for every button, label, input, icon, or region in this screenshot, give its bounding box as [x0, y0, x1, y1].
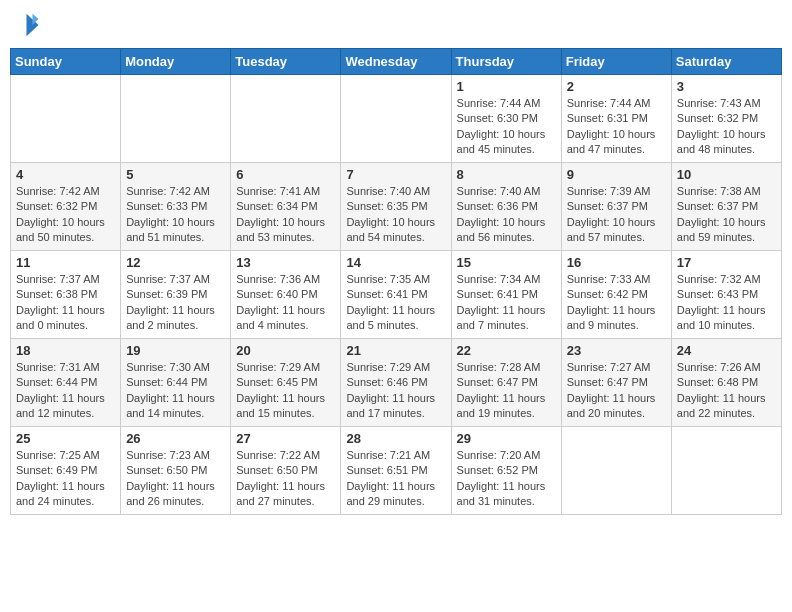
calendar-cell: 13Sunrise: 7:36 AM Sunset: 6:40 PM Dayli…	[231, 251, 341, 339]
day-number: 2	[567, 79, 666, 94]
day-number: 17	[677, 255, 776, 270]
day-info: Sunrise: 7:36 AM Sunset: 6:40 PM Dayligh…	[236, 272, 335, 334]
col-header-tuesday: Tuesday	[231, 49, 341, 75]
day-number: 20	[236, 343, 335, 358]
day-number: 27	[236, 431, 335, 446]
day-info: Sunrise: 7:26 AM Sunset: 6:48 PM Dayligh…	[677, 360, 776, 422]
day-number: 18	[16, 343, 115, 358]
calendar-cell: 20Sunrise: 7:29 AM Sunset: 6:45 PM Dayli…	[231, 339, 341, 427]
calendar-cell: 22Sunrise: 7:28 AM Sunset: 6:47 PM Dayli…	[451, 339, 561, 427]
calendar-week-row: 25Sunrise: 7:25 AM Sunset: 6:49 PM Dayli…	[11, 427, 782, 515]
calendar-cell: 2Sunrise: 7:44 AM Sunset: 6:31 PM Daylig…	[561, 75, 671, 163]
calendar-cell: 28Sunrise: 7:21 AM Sunset: 6:51 PM Dayli…	[341, 427, 451, 515]
day-number: 5	[126, 167, 225, 182]
calendar-cell: 16Sunrise: 7:33 AM Sunset: 6:42 PM Dayli…	[561, 251, 671, 339]
calendar-cell: 23Sunrise: 7:27 AM Sunset: 6:47 PM Dayli…	[561, 339, 671, 427]
calendar-week-row: 4Sunrise: 7:42 AM Sunset: 6:32 PM Daylig…	[11, 163, 782, 251]
day-info: Sunrise: 7:44 AM Sunset: 6:31 PM Dayligh…	[567, 96, 666, 158]
col-header-monday: Monday	[121, 49, 231, 75]
page-header	[10, 10, 782, 40]
day-info: Sunrise: 7:21 AM Sunset: 6:51 PM Dayligh…	[346, 448, 445, 510]
day-number: 1	[457, 79, 556, 94]
day-number: 25	[16, 431, 115, 446]
day-info: Sunrise: 7:33 AM Sunset: 6:42 PM Dayligh…	[567, 272, 666, 334]
calendar-cell: 5Sunrise: 7:42 AM Sunset: 6:33 PM Daylig…	[121, 163, 231, 251]
day-info: Sunrise: 7:27 AM Sunset: 6:47 PM Dayligh…	[567, 360, 666, 422]
calendar-cell: 24Sunrise: 7:26 AM Sunset: 6:48 PM Dayli…	[671, 339, 781, 427]
day-info: Sunrise: 7:31 AM Sunset: 6:44 PM Dayligh…	[16, 360, 115, 422]
day-info: Sunrise: 7:43 AM Sunset: 6:32 PM Dayligh…	[677, 96, 776, 158]
calendar-cell: 11Sunrise: 7:37 AM Sunset: 6:38 PM Dayli…	[11, 251, 121, 339]
calendar-cell: 3Sunrise: 7:43 AM Sunset: 6:32 PM Daylig…	[671, 75, 781, 163]
day-info: Sunrise: 7:40 AM Sunset: 6:36 PM Dayligh…	[457, 184, 556, 246]
day-number: 3	[677, 79, 776, 94]
day-number: 6	[236, 167, 335, 182]
calendar-table: SundayMondayTuesdayWednesdayThursdayFrid…	[10, 48, 782, 515]
calendar-cell: 15Sunrise: 7:34 AM Sunset: 6:41 PM Dayli…	[451, 251, 561, 339]
calendar-cell: 29Sunrise: 7:20 AM Sunset: 6:52 PM Dayli…	[451, 427, 561, 515]
day-info: Sunrise: 7:23 AM Sunset: 6:50 PM Dayligh…	[126, 448, 225, 510]
calendar-cell	[561, 427, 671, 515]
day-number: 13	[236, 255, 335, 270]
day-info: Sunrise: 7:40 AM Sunset: 6:35 PM Dayligh…	[346, 184, 445, 246]
day-info: Sunrise: 7:30 AM Sunset: 6:44 PM Dayligh…	[126, 360, 225, 422]
col-header-wednesday: Wednesday	[341, 49, 451, 75]
calendar-week-row: 11Sunrise: 7:37 AM Sunset: 6:38 PM Dayli…	[11, 251, 782, 339]
day-number: 29	[457, 431, 556, 446]
calendar-week-row: 1Sunrise: 7:44 AM Sunset: 6:30 PM Daylig…	[11, 75, 782, 163]
col-header-sunday: Sunday	[11, 49, 121, 75]
calendar-cell	[231, 75, 341, 163]
calendar-header-row: SundayMondayTuesdayWednesdayThursdayFrid…	[11, 49, 782, 75]
day-info: Sunrise: 7:42 AM Sunset: 6:32 PM Dayligh…	[16, 184, 115, 246]
day-number: 24	[677, 343, 776, 358]
calendar-cell: 18Sunrise: 7:31 AM Sunset: 6:44 PM Dayli…	[11, 339, 121, 427]
calendar-cell: 26Sunrise: 7:23 AM Sunset: 6:50 PM Dayli…	[121, 427, 231, 515]
day-number: 9	[567, 167, 666, 182]
day-info: Sunrise: 7:38 AM Sunset: 6:37 PM Dayligh…	[677, 184, 776, 246]
logo	[10, 10, 44, 40]
calendar-cell: 10Sunrise: 7:38 AM Sunset: 6:37 PM Dayli…	[671, 163, 781, 251]
day-info: Sunrise: 7:29 AM Sunset: 6:45 PM Dayligh…	[236, 360, 335, 422]
day-number: 4	[16, 167, 115, 182]
day-number: 10	[677, 167, 776, 182]
day-number: 26	[126, 431, 225, 446]
day-info: Sunrise: 7:39 AM Sunset: 6:37 PM Dayligh…	[567, 184, 666, 246]
day-info: Sunrise: 7:28 AM Sunset: 6:47 PM Dayligh…	[457, 360, 556, 422]
day-number: 7	[346, 167, 445, 182]
col-header-saturday: Saturday	[671, 49, 781, 75]
day-number: 28	[346, 431, 445, 446]
calendar-cell: 12Sunrise: 7:37 AM Sunset: 6:39 PM Dayli…	[121, 251, 231, 339]
calendar-cell: 8Sunrise: 7:40 AM Sunset: 6:36 PM Daylig…	[451, 163, 561, 251]
day-info: Sunrise: 7:25 AM Sunset: 6:49 PM Dayligh…	[16, 448, 115, 510]
day-number: 15	[457, 255, 556, 270]
day-number: 12	[126, 255, 225, 270]
day-info: Sunrise: 7:20 AM Sunset: 6:52 PM Dayligh…	[457, 448, 556, 510]
day-info: Sunrise: 7:41 AM Sunset: 6:34 PM Dayligh…	[236, 184, 335, 246]
calendar-cell: 21Sunrise: 7:29 AM Sunset: 6:46 PM Dayli…	[341, 339, 451, 427]
day-info: Sunrise: 7:34 AM Sunset: 6:41 PM Dayligh…	[457, 272, 556, 334]
calendar-cell	[121, 75, 231, 163]
col-header-thursday: Thursday	[451, 49, 561, 75]
day-number: 23	[567, 343, 666, 358]
calendar-cell: 6Sunrise: 7:41 AM Sunset: 6:34 PM Daylig…	[231, 163, 341, 251]
day-info: Sunrise: 7:37 AM Sunset: 6:39 PM Dayligh…	[126, 272, 225, 334]
day-info: Sunrise: 7:37 AM Sunset: 6:38 PM Dayligh…	[16, 272, 115, 334]
calendar-cell: 1Sunrise: 7:44 AM Sunset: 6:30 PM Daylig…	[451, 75, 561, 163]
day-info: Sunrise: 7:35 AM Sunset: 6:41 PM Dayligh…	[346, 272, 445, 334]
day-info: Sunrise: 7:22 AM Sunset: 6:50 PM Dayligh…	[236, 448, 335, 510]
calendar-cell: 27Sunrise: 7:22 AM Sunset: 6:50 PM Dayli…	[231, 427, 341, 515]
col-header-friday: Friday	[561, 49, 671, 75]
day-number: 22	[457, 343, 556, 358]
calendar-cell	[671, 427, 781, 515]
calendar-cell: 7Sunrise: 7:40 AM Sunset: 6:35 PM Daylig…	[341, 163, 451, 251]
day-info: Sunrise: 7:29 AM Sunset: 6:46 PM Dayligh…	[346, 360, 445, 422]
calendar-cell: 17Sunrise: 7:32 AM Sunset: 6:43 PM Dayli…	[671, 251, 781, 339]
calendar-cell: 4Sunrise: 7:42 AM Sunset: 6:32 PM Daylig…	[11, 163, 121, 251]
day-number: 19	[126, 343, 225, 358]
day-info: Sunrise: 7:32 AM Sunset: 6:43 PM Dayligh…	[677, 272, 776, 334]
day-number: 11	[16, 255, 115, 270]
day-number: 8	[457, 167, 556, 182]
calendar-week-row: 18Sunrise: 7:31 AM Sunset: 6:44 PM Dayli…	[11, 339, 782, 427]
calendar-cell	[341, 75, 451, 163]
day-number: 21	[346, 343, 445, 358]
